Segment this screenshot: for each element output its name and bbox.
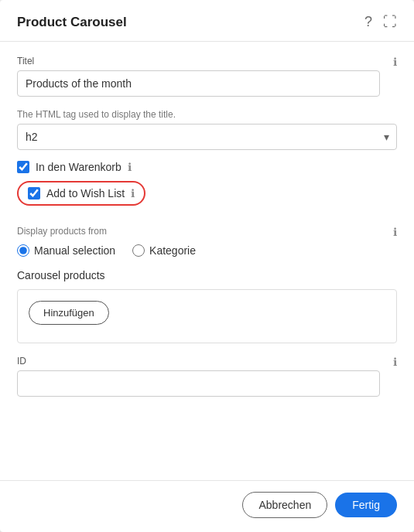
html-tag-helper: The HTML tag used to display the title. — [17, 109, 397, 120]
in-den-warenkorb-checkbox[interactable] — [17, 161, 29, 173]
display-from-label: Display products from — [17, 226, 380, 237]
wish-list-row: Add to Wish List ℹ — [17, 181, 145, 206]
titel-input[interactable] — [17, 70, 380, 97]
html-tag-select-wrapper: h1 h2 h3 h4 h5 h6 ▾ — [17, 124, 397, 150]
panel-body: ℹ Titel The HTML tag used to display the… — [0, 42, 414, 480]
expand-icon[interactable]: ⛶ — [383, 14, 397, 30]
help-icon[interactable]: ? — [364, 14, 372, 30]
titel-field-group: ℹ Titel — [17, 56, 397, 97]
html-tag-field-group: The HTML tag used to display the title. … — [17, 109, 397, 150]
titel-label: Titel — [17, 56, 380, 66]
id-field-group: ℹ ID — [17, 356, 397, 397]
id-input[interactable] — [17, 370, 380, 397]
carousel-products-group: Carousel products Hinzufügen — [17, 269, 397, 343]
wish-list-container: Add to Wish List ℹ — [17, 181, 397, 213]
id-info-icon[interactable]: ℹ — [393, 356, 397, 368]
panel-header: Product Carousel ? ⛶ — [0, 0, 414, 42]
hinzufugen-button[interactable]: Hinzufügen — [29, 301, 109, 325]
cancel-button[interactable]: Abbrechen — [242, 492, 327, 518]
in-den-warenkorb-label: In den Warenkorb — [36, 161, 121, 173]
radio-manual[interactable] — [17, 244, 29, 257]
product-carousel-panel: Product Carousel ? ⛶ ℹ Titel The HTML ta… — [0, 0, 414, 532]
in-den-warenkorb-row: In den Warenkorb ℹ — [17, 161, 397, 173]
header-icons: ? ⛶ — [364, 14, 397, 30]
id-label: ID — [17, 356, 380, 367]
panel-title: Product Carousel — [17, 15, 127, 30]
warenkorb-info-icon[interactable]: ℹ — [128, 161, 132, 173]
radio-kategorie-label: Kategorie — [149, 244, 196, 257]
panel-footer: Abbrechen Fertig — [0, 480, 414, 532]
wishlist-info-icon[interactable]: ℹ — [131, 187, 135, 200]
titel-info-icon[interactable]: ℹ — [393, 56, 397, 68]
carousel-products-label: Carousel products — [17, 269, 397, 281]
wish-list-label: Add to Wish List — [46, 187, 125, 200]
radio-group: Manual selection Kategorie — [17, 244, 380, 257]
display-from-group: ℹ Display products from Manual selection… — [17, 226, 397, 257]
display-from-info-icon[interactable]: ℹ — [393, 226, 397, 238]
radio-kategorie-row: Kategorie — [132, 244, 196, 257]
radio-manual-label: Manual selection — [34, 244, 115, 257]
confirm-button[interactable]: Fertig — [335, 493, 397, 517]
carousel-box: Hinzufügen — [17, 289, 397, 343]
radio-manual-row: Manual selection — [17, 244, 115, 257]
html-tag-select[interactable]: h1 h2 h3 h4 h5 h6 — [17, 124, 397, 150]
wish-list-checkbox[interactable] — [28, 187, 40, 200]
radio-kategorie[interactable] — [132, 244, 145, 257]
